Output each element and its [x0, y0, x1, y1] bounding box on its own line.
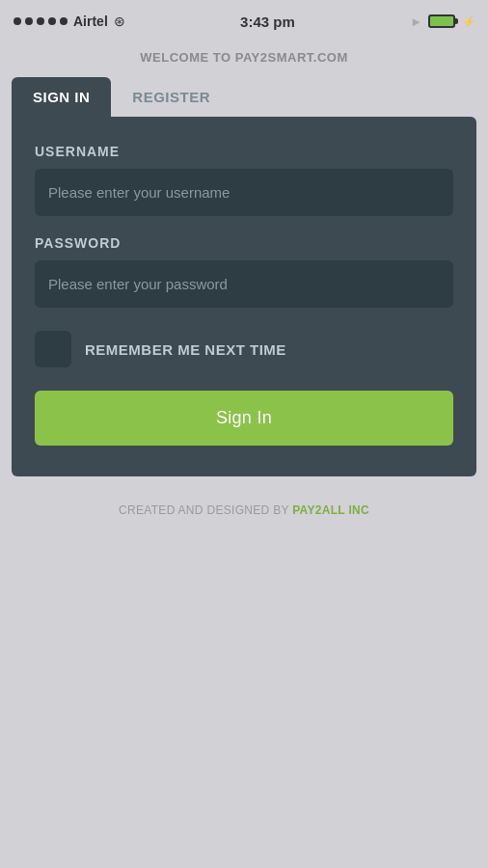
remember-label: REMEMBER ME NEXT TIME	[85, 341, 286, 358]
signal-dots	[14, 17, 68, 25]
dot-5	[60, 17, 68, 25]
battery-icon	[428, 14, 455, 28]
tabs: SIGN IN REGISTER	[12, 77, 476, 117]
remember-checkbox[interactable]	[35, 331, 71, 367]
password-label: PASSWORD	[35, 235, 453, 251]
carrier-label: Airtel	[73, 14, 108, 29]
status-time: 3:43 pm	[240, 14, 295, 30]
tab-signin-label: SIGN IN	[33, 89, 90, 105]
login-card: USERNAME PASSWORD REMEMBER ME NEXT TIME …	[12, 117, 476, 476]
footer: CREATED AND DESIGNED BY PAY2ALL INC	[0, 503, 488, 517]
welcome-text: WELCOME TO PAY2SMART.COM	[140, 50, 347, 65]
signin-button[interactable]: Sign In	[35, 391, 453, 446]
signal-arrow-icon: ►	[410, 14, 422, 29]
tab-register[interactable]: REGISTER	[111, 77, 231, 117]
password-input[interactable]	[35, 260, 453, 308]
dot-3	[37, 17, 44, 25]
battery-bolt-icon: ⚡	[463, 16, 474, 27]
status-left: Airtel ⊛	[14, 14, 125, 29]
battery-indicator	[428, 14, 455, 28]
tab-register-label: REGISTER	[132, 89, 210, 105]
status-right: ► ⚡	[410, 14, 474, 29]
remember-row: REMEMBER ME NEXT TIME	[35, 331, 453, 367]
username-label: USERNAME	[35, 144, 453, 159]
dot-2	[25, 17, 33, 25]
footer-static-text: CREATED AND DESIGNED BY	[119, 503, 289, 517]
dot-4	[48, 17, 56, 25]
welcome-bar: WELCOME TO PAY2SMART.COM	[0, 42, 488, 77]
username-input[interactable]	[35, 169, 453, 216]
status-bar: Airtel ⊛ 3:43 pm ► ⚡	[0, 0, 488, 42]
dot-1	[14, 17, 21, 25]
footer-link[interactable]: PAY2ALL INC	[292, 503, 369, 517]
signin-button-label: Sign In	[216, 408, 272, 427]
tab-signin[interactable]: SIGN IN	[12, 77, 111, 117]
wifi-icon: ⊛	[114, 14, 125, 29]
